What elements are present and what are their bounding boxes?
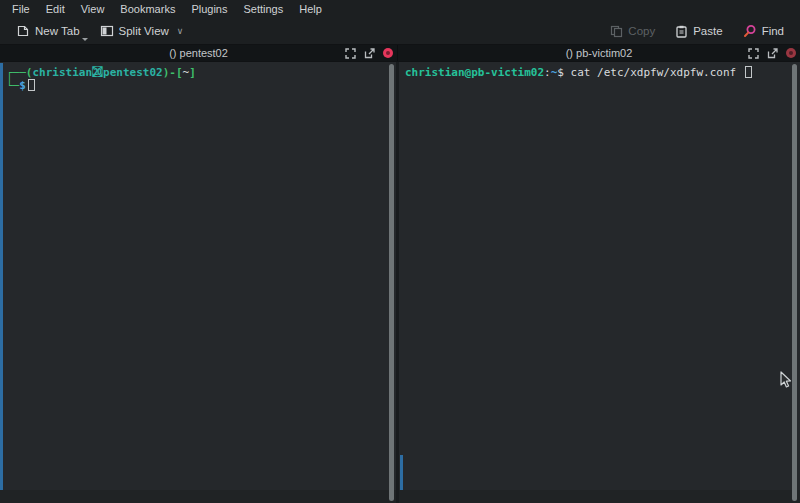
find-label: Find [762, 25, 784, 37]
terminal-pane-pentest02[interactable]: ┌──(christian㉉pentest02)-[~] └─$ [0, 62, 396, 503]
terminal-split-area: ┌──(christian㉉pentest02)-[~] └─$ christi… [0, 62, 800, 503]
paste-icon [675, 25, 688, 38]
menu-view[interactable]: View [73, 1, 113, 17]
menu-bookmarks[interactable]: Bookmarks [112, 1, 183, 17]
menu-settings[interactable]: Settings [235, 1, 291, 17]
new-tab-button[interactable]: New Tab [10, 21, 86, 41]
terminal-pane-pb-victim02[interactable]: christian@pb-victim02:~$ cat /etc/xdpfw/… [399, 62, 800, 503]
paste-label: Paste [693, 25, 722, 37]
maximize-view-icon[interactable] [345, 48, 356, 59]
terminal-output-right: christian@pb-victim02:~$ cat /etc/xdpfw/… [399, 62, 800, 83]
typed-command: cat /etc/xdpfw/xdpfw.conf [571, 66, 743, 79]
prompt-char: $ [19, 79, 26, 92]
terminal-output-left: ┌──(christian㉉pentest02)-[~] └─$ [0, 62, 396, 96]
tab-pb-victim02[interactable]: () pb-victim02 [397, 45, 800, 61]
prompt-user-host: christian㉉pentest02 [33, 66, 163, 79]
split-view-chevron-icon[interactable]: ∨ [177, 26, 184, 36]
prompt-user-host: christian@pb-victim02 [405, 66, 544, 79]
menu-help[interactable]: Help [291, 1, 330, 17]
tab-title-pb-victim02: () pb-victim02 [566, 47, 633, 59]
prompt-frame: )-[ [163, 66, 183, 79]
copy-label: Copy [628, 25, 655, 37]
prompt-colon: : [544, 66, 551, 79]
close-icon [386, 51, 390, 55]
tabbar: () pentest02 () pb-victim02 [0, 44, 800, 62]
find-icon [743, 24, 757, 38]
prompt-frame: └─ [6, 79, 19, 92]
copy-button[interactable]: Copy [604, 22, 661, 41]
paste-button[interactable]: Paste [669, 22, 728, 41]
prompt-frame: ┌──( [6, 66, 33, 79]
pane-focus-indicator [0, 63, 3, 490]
new-tab-icon [16, 24, 30, 38]
maximize-view-icon[interactable] [748, 48, 759, 59]
terminal-cursor [28, 79, 35, 91]
terminal-cursor [745, 66, 752, 78]
close-icon [789, 51, 793, 55]
tab-pentest02[interactable]: () pentest02 [0, 45, 397, 61]
detach-tab-icon[interactable] [767, 48, 778, 59]
mouse-pointer-icon [779, 371, 792, 393]
scrollbar-left-pane[interactable] [389, 64, 394, 501]
close-tab-button[interactable] [383, 48, 393, 58]
detach-tab-icon[interactable] [364, 48, 375, 59]
menu-edit[interactable]: Edit [38, 1, 73, 17]
tab-title-pentest02: () pentest02 [169, 47, 228, 59]
toolbar: New Tab Split View ∨ Copy [0, 18, 800, 44]
close-tab-button[interactable] [786, 48, 796, 58]
split-view-icon [100, 24, 114, 38]
prompt-char: $ [557, 66, 570, 79]
find-button[interactable]: Find [737, 21, 790, 41]
menu-file[interactable]: File [4, 1, 38, 17]
copy-icon [610, 25, 623, 38]
prompt-frame: ] [189, 66, 196, 79]
split-view-button[interactable]: Split View ∨ [94, 21, 190, 41]
scrollbar-right-pane[interactable] [792, 64, 797, 501]
split-view-label: Split View [119, 25, 169, 37]
pane-focus-indicator [400, 455, 403, 490]
new-tab-label: New Tab [35, 25, 80, 37]
menu-plugins[interactable]: Plugins [183, 1, 235, 17]
menubar: File Edit View Bookmarks Plugins Setting… [0, 0, 800, 18]
new-tab-dropdown-caret[interactable] [82, 38, 88, 41]
